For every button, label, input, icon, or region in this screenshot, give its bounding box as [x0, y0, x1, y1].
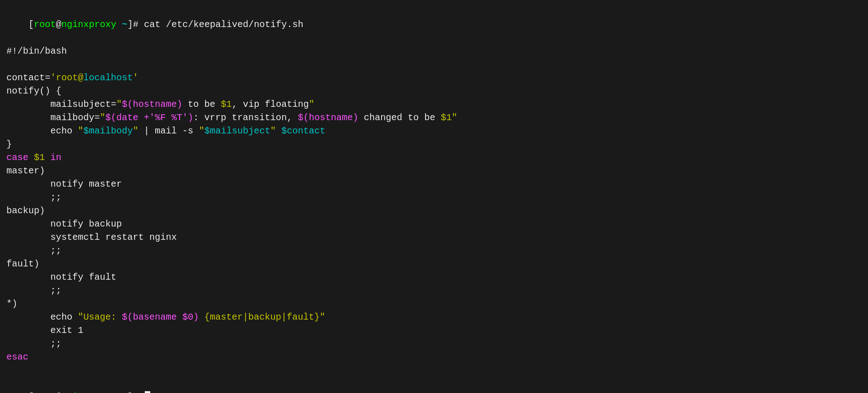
prompt-host: nginxproxy: [61, 19, 116, 30]
mailsubject-vip: , vip floating: [232, 99, 309, 110]
echo-usage-open: "Usage:: [78, 312, 122, 322]
echo-mailsubject: $mailsubject: [204, 126, 270, 136]
command-line: [root@nginxproxy ~]# cat /etc/keepalived…: [6, 5, 862, 44]
close-brace-line: }: [6, 138, 862, 151]
terminal-window[interactable]: [root@nginxproxy ~]# cat /etc/keepalived…: [6, 5, 862, 393]
mailsubject-line: mailsubject="$(hostname) to be $1, vip f…: [6, 98, 862, 111]
contact-localhost: localhost: [83, 72, 133, 83]
double-semi-2-line: ;;: [6, 244, 862, 257]
echo-pipe: | mail -s: [138, 126, 199, 136]
echo-usage-basename: $(basename $0): [122, 312, 199, 322]
echo-contact: $contact: [281, 126, 325, 136]
mailbody-1: $1: [441, 112, 452, 123]
fault-label-line: fault): [6, 257, 862, 271]
mailbody-hostname: $(hostname): [298, 112, 358, 123]
mailbody-date: $(date +'%F %T'): [105, 112, 193, 123]
echo-ms-open: ": [199, 126, 204, 136]
case-line: case $1 in: [6, 151, 862, 164]
mailbody-quote-close: ": [452, 112, 457, 123]
case-var: $1: [34, 152, 45, 163]
notify-fault-line: notify fault: [6, 271, 862, 284]
echo-quote-open: ": [78, 126, 83, 136]
double-semi-1-line: ;;: [6, 191, 862, 204]
blank-line-2: [6, 364, 862, 377]
backup-label-line: backup): [6, 204, 862, 217]
mailsubject-indent: mailsubject=: [6, 99, 116, 110]
echo-indent: echo: [6, 126, 78, 136]
terminal-cursor: [145, 391, 150, 393]
mailsubject-1: $1: [221, 99, 232, 110]
notify-func-line: notify() {: [6, 84, 862, 98]
final-prompt-line: [root@nginxproxy ~]#: [6, 377, 862, 393]
esac-line: esac: [6, 350, 862, 364]
prompt-bracket-close: ]#: [127, 19, 138, 30]
prompt-at: @: [56, 19, 61, 30]
prompt-user: root: [34, 19, 56, 30]
master-label-line: master): [6, 164, 862, 177]
case-space1: [28, 152, 34, 163]
echo-usage-indent: echo: [6, 312, 78, 322]
double-semi-3-line: ;;: [6, 284, 862, 297]
mailbody-indent: mailbody=: [6, 112, 100, 123]
case-keyword: case: [6, 152, 28, 163]
notify-master-line: notify master: [6, 177, 862, 191]
echo-ms-close: ": [270, 126, 276, 136]
contact-var: contact=: [6, 72, 50, 83]
mailbody-quote-open: ": [100, 112, 105, 123]
prompt-dir: ~: [122, 19, 127, 30]
double-semi-4-line: ;;: [6, 337, 862, 350]
prompt-bracket-open: [: [28, 19, 34, 30]
notify-backup-line: notify backup: [6, 217, 862, 231]
mailbody-text1: : vrrp transition,: [193, 112, 298, 123]
echo-mailbody: $mailbody: [83, 126, 133, 136]
echo-space: [276, 126, 281, 136]
contact-line: contact='root@localhost': [6, 71, 862, 84]
echo-mail-line: echo "$mailbody" | mail -s "$mailsubject…: [6, 124, 862, 138]
exit-line: exit 1: [6, 324, 862, 337]
mailsubject-to-be: to be: [182, 99, 221, 110]
shebang-line: #!/bin/bash: [6, 44, 862, 58]
case-space2: [45, 152, 50, 163]
echo-usage-line: echo "Usage: $(basename $0) {master|back…: [6, 310, 862, 324]
mailsubject-quote-close: ": [309, 99, 314, 110]
systemctl-line: systemctl restart nginx: [6, 231, 862, 244]
mailsubject-hostname: $(hostname): [122, 99, 182, 110]
contact-val: 'root@: [50, 72, 83, 83]
star-label-line: *): [6, 297, 862, 310]
command-text: cat /etc/keepalived/notify.sh: [144, 19, 303, 30]
case-in: in: [50, 152, 61, 163]
echo-usage-rest: {master|backup|fault}": [199, 312, 325, 322]
mailbody-line: mailbody="$(date +'%F %T'): vrrp transit…: [6, 111, 862, 124]
blank-line-1: [6, 58, 862, 71]
echo-quote-close: ": [133, 126, 138, 136]
mailbody-changed: changed to be: [358, 112, 441, 123]
mailsubject-quote-open: ": [116, 99, 122, 110]
contact-quote-close: ': [133, 72, 138, 83]
